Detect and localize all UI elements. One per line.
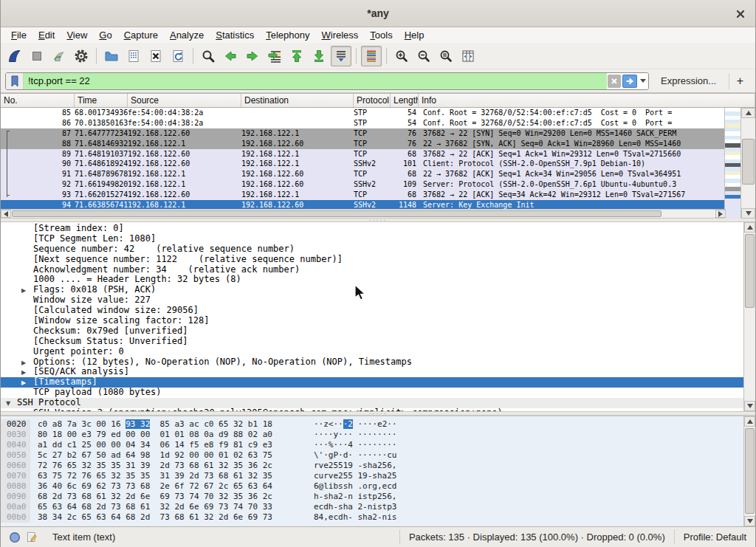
table-row[interactable]: 9171.648789678192.168.122.1192.168.122.6…: [1, 169, 726, 179]
hex-ascii[interactable]: 6@libssh .org,ecd: [314, 481, 397, 492]
menu-file[interactable]: File: [5, 28, 32, 42]
hex-bytes[interactable]: 63 75 72 76 65 32 35 35 31 39 2d 73 68 6…: [38, 471, 272, 481]
hex-bytes[interactable]: 36 40 6c 69 62 73 73 68 2e 6f 72 67 2c 6…: [38, 481, 272, 492]
hex-row[interactable]: 00a065 63 64 68 2d 73 68 61 32 2d 6e 69 …: [1, 502, 743, 512]
expression-button[interactable]: Expression...: [655, 75, 722, 86]
hex-bytes[interactable]: 72 76 65 32 35 35 31 39 2d 73 68 61 32 3…: [38, 461, 272, 471]
hex-row[interactable]: 006072 76 65 32 35 35 31 39 2d 73 68 61 …: [1, 461, 743, 471]
detail-line[interactable]: TCP payload (1080 bytes): [1, 388, 743, 398]
table-row[interactable]: 8971.648191037192.168.122.60192.168.122.…: [1, 149, 726, 159]
hex-ascii[interactable]: \'·gP·d· ······cu: [314, 450, 397, 461]
hex-ascii[interactable]: ···%···4 ········: [314, 440, 397, 450]
hex-ascii[interactable]: curve255 19-sha25: [314, 471, 397, 481]
add-filter-button[interactable]: +: [729, 73, 751, 89]
detail-line[interactable]: [Stream index: 0]: [1, 224, 743, 234]
hex-bytes[interactable]: c0 a8 7a 3c 00 16 93 32 85 a3 ac c0 65 3…: [38, 419, 272, 430]
detail-line[interactable]: Sequence number: 42 (relative sequence n…: [1, 244, 743, 255]
reload-file-button[interactable]: [168, 46, 188, 66]
hex-bytes[interactable]: a1 dd c1 25 00 00 04 34 06 14 f5 e8 f9 8…: [38, 440, 272, 450]
table-row[interactable]: 9071.648618924192.168.122.60192.168.122.…: [1, 159, 726, 169]
go-to-packet-button[interactable]: [264, 46, 285, 66]
column-header-source[interactable]: Source: [128, 94, 241, 107]
column-header-info[interactable]: Info: [419, 94, 755, 107]
detail-line[interactable]: 1000 .... = Header Length: 32 bytes (8): [1, 275, 743, 285]
restart-capture-button[interactable]: [49, 46, 69, 66]
column-header-no[interactable]: No.: [1, 94, 75, 107]
detail-line[interactable]: ▶[SEQ/ACK analysis]: [1, 367, 743, 377]
scroll-up-arrow[interactable]: [744, 416, 755, 427]
bytes-vertical-scrollbar[interactable]: [743, 416, 755, 526]
detail-line[interactable]: [Window size scaling factor: 128]: [1, 316, 743, 326]
auto-scroll-button[interactable]: [331, 46, 351, 66]
expand-icon[interactable]: ▶: [21, 358, 26, 368]
hex-bytes[interactable]: 80 18 00 e3 79 ed 00 00 01 01 08 0a d9 8…: [38, 430, 272, 440]
capture-comment-icon[interactable]: [26, 531, 38, 544]
table-row[interactable]: 9271.661949820192.168.122.1192.168.122.6…: [1, 179, 726, 190]
table-row[interactable]: 8670.013850163fe:54:00:d4:38:2aSTP54Conf…: [1, 118, 726, 128]
hex-bytes[interactable]: 5c 27 b2 67 50 ad 64 98 1d 92 00 00 01 0…: [38, 450, 272, 461]
expand-icon[interactable]: ▶: [21, 286, 26, 296]
scrollbar-thumb[interactable]: [745, 428, 755, 514]
zoom-out-button[interactable]: [413, 46, 434, 66]
detail-line[interactable]: Urgent pointer: 0: [1, 347, 743, 357]
scroll-right-arrow[interactable]: [715, 210, 726, 218]
hex-row[interactable]: 007063 75 72 76 65 32 35 35 31 39 2d 73 …: [1, 471, 743, 481]
scroll-left-arrow[interactable]: [1, 210, 11, 218]
detail-line[interactable]: [Calculated window size: 29056]: [1, 306, 743, 316]
menu-edit[interactable]: Edit: [32, 28, 61, 42]
table-row[interactable]: 8771.647777234192.168.122.60192.168.122.…: [1, 128, 726, 139]
menu-telephony[interactable]: Telephony: [260, 28, 315, 42]
hex-bytes[interactable]: 68 2d 73 68 61 32 2d 6e 69 73 74 70 32 3…: [38, 492, 272, 502]
table-row[interactable]: 9371.662015274192.168.122.60192.168.122.…: [1, 190, 726, 200]
hex-row[interactable]: 00b038 34 2c 65 63 64 68 2d 73 68 61 32 …: [1, 512, 743, 523]
menu-capture[interactable]: Capture: [118, 28, 164, 42]
detail-line[interactable]: ▶Flags: 0x018 (PSH, ACK): [1, 285, 743, 295]
detail-line[interactable]: Checksum: 0x79ed [unverified]: [1, 326, 743, 337]
table-row[interactable]: 8568.001734936fe:54:00:d4:38:2aSTP54Conf…: [1, 108, 726, 118]
table-row[interactable]: 8871.648146932192.168.122.1192.168.122.6…: [1, 139, 726, 149]
close-file-button[interactable]: [145, 46, 166, 66]
hex-row[interactable]: 0040a1 dd c1 25 00 00 04 34 06 14 f5 e8 …: [1, 440, 743, 450]
detail-line[interactable]: [TCP Segment Len: 1080]: [1, 234, 743, 244]
detail-line[interactable]: ▶SSH Version 2 (encryption:chacha20-poly…: [1, 408, 743, 411]
scroll-down-arrow[interactable]: [744, 401, 755, 411]
menu-statistics[interactable]: Statistics: [210, 28, 260, 42]
detail-line[interactable]: ▶[Timestamps]: [1, 377, 743, 388]
hex-row[interactable]: 003080 18 00 e3 79 ed 00 00 01 01 08 0a …: [1, 430, 743, 440]
save-file-button[interactable]: [123, 46, 144, 66]
menu-help[interactable]: Help: [399, 28, 430, 42]
filter-clear-button[interactable]: [608, 75, 621, 88]
column-header-protocol[interactable]: Protocol: [354, 94, 391, 107]
detail-line[interactable]: Acknowledgment number: 34 (relative ack …: [1, 265, 743, 275]
scroll-up-arrow[interactable]: [744, 222, 755, 233]
expand-icon[interactable]: ▶: [21, 378, 26, 388]
detail-line[interactable]: [Checksum Status: Unverified]: [1, 337, 743, 347]
menu-analyze[interactable]: Analyze: [164, 28, 210, 42]
close-window-button[interactable]: [733, 7, 748, 21]
display-filter-field[interactable]: !tcp.port == 22: [5, 72, 649, 90]
find-packet-button[interactable]: [198, 46, 219, 66]
hex-ascii[interactable]: 84,ecdh- sha2-nis: [314, 512, 397, 523]
filter-bookmark-button[interactable]: [6, 73, 24, 89]
column-header-time[interactable]: Time: [75, 94, 128, 107]
hex-ascii[interactable]: ··z<···2 ····e2··: [314, 419, 397, 430]
start-capture-button[interactable]: [4, 46, 25, 66]
hex-ascii[interactable]: ecdh-sha 2-nistp3: [314, 502, 397, 512]
hex-row[interactable]: 008036 40 6c 69 62 73 73 68 2e 6f 72 67 …: [1, 481, 743, 492]
hex-ascii[interactable]: rve25519 -sha256,: [314, 461, 397, 471]
packet-list-header[interactable]: No.TimeSourceDestinationProtocolLengthIn…: [1, 94, 755, 108]
resize-columns-button[interactable]: [458, 46, 478, 66]
detail-line[interactable]: [Next sequence number: 1122 (relative se…: [1, 255, 743, 265]
scrollbar-thumb[interactable]: [12, 210, 662, 217]
hex-row[interactable]: 00505c 27 b2 67 50 ad 64 98 1d 92 00 00 …: [1, 450, 743, 461]
detail-line[interactable]: Window size value: 227: [1, 295, 743, 306]
stop-capture-button[interactable]: [27, 46, 47, 66]
expert-info-icon[interactable]: [8, 531, 21, 544]
go-first-button[interactable]: [286, 46, 307, 66]
hex-row[interactable]: 009068 2d 73 68 61 32 2d 6e 69 73 74 70 …: [1, 492, 743, 502]
scrollbar-thumb[interactable]: [745, 234, 755, 308]
zoom-in-button[interactable]: [391, 46, 412, 66]
menu-tools[interactable]: Tools: [364, 28, 398, 42]
packet-list-horizontal-scrollbar[interactable]: [1, 209, 726, 218]
scroll-down-arrow[interactable]: [744, 516, 755, 526]
